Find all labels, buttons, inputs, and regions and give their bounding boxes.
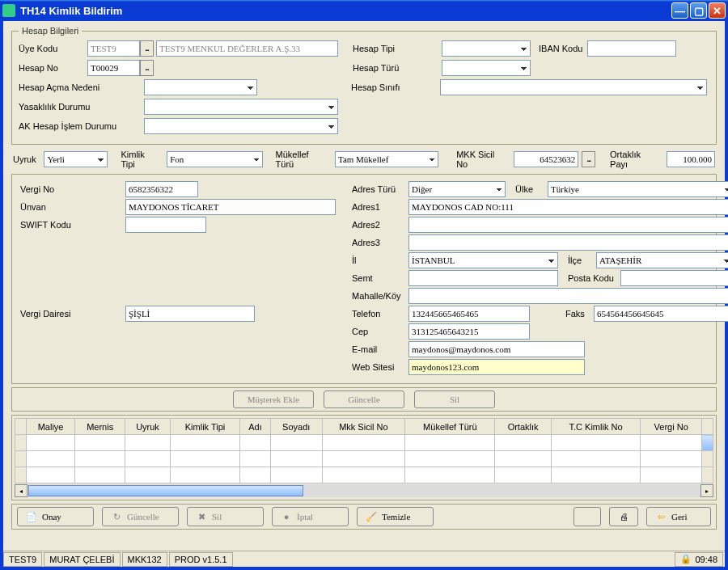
adres2-input[interactable] — [408, 217, 728, 233]
hesap-tipi-select[interactable] — [442, 40, 531, 57]
hesap-acma-select[interactable] — [144, 79, 257, 95]
sil-button[interactable]: Sil — [414, 391, 495, 408]
email-input[interactable] — [408, 341, 585, 357]
mkk-sicil-input[interactable] — [514, 151, 578, 167]
hesap-bilgileri-group: Hesap Bilgileri Üye Kodu ... Hesap Tipi … — [11, 26, 717, 145]
faks-input[interactable] — [594, 306, 728, 322]
uyruk-select[interactable]: Yerli — [44, 151, 108, 167]
back-arrow-icon: ⇦ — [655, 511, 667, 522]
lock-icon: 🔒 — [680, 554, 692, 564]
swift-input[interactable] — [125, 217, 206, 233]
ilce-select[interactable]: ATAŞEHİR — [596, 252, 728, 268]
col-adi[interactable]: Adı — [240, 419, 271, 435]
scroll-left-icon[interactable]: ◂ — [15, 484, 28, 497]
kimlik-tipi-select[interactable]: Fon — [167, 151, 262, 167]
col-maliye[interactable]: Maliye — [27, 419, 75, 435]
cep-input[interactable] — [408, 323, 530, 340]
mid-row: Uyruk Yerli Kimlik Tipi Fon Mükellef Tür… — [3, 148, 725, 172]
col-mernis[interactable]: Mernis — [75, 419, 125, 435]
mahalle-input[interactable] — [408, 288, 728, 304]
geri-button[interactable]: ⇦Geri — [646, 507, 711, 526]
print-button[interactable]: 🖨 — [609, 507, 638, 526]
hesap-turu-select[interactable] — [442, 60, 531, 76]
adres-turu-label: Adres Türü — [352, 184, 408, 194]
guncelle-action-button[interactable]: ↻Güncelle — [102, 507, 179, 526]
iban-kodu-label: IBAN Kodu — [539, 44, 587, 53]
col-mukellef[interactable]: Mükellef Türü — [405, 419, 495, 435]
uye-kodu-input[interactable] — [87, 40, 140, 57]
ak-islem-label: AK Hesap İşlem Durumu — [19, 121, 144, 131]
musterek-ekle-button[interactable]: Müşterek Ekle — [233, 391, 314, 408]
posta-input[interactable] — [620, 270, 728, 286]
scroll-right-icon[interactable]: ▸ — [700, 484, 713, 497]
mkk-sicil-label: MKK Sicil No — [456, 150, 507, 169]
web-label: Web Sitesi — [352, 362, 408, 372]
adres1-input[interactable] — [408, 199, 728, 215]
data-grid[interactable]: Maliye Mernis Uyruk Kimlik Tipi Adı Soya… — [15, 418, 713, 483]
hesap-no-input[interactable] — [87, 60, 140, 76]
semt-input[interactable] — [408, 270, 558, 286]
guncelle-button[interactable]: Güncelle — [324, 391, 404, 408]
iptal-button[interactable]: ●İptal — [272, 507, 349, 526]
col-ortaklik[interactable]: Ortaklık — [495, 419, 551, 435]
web-input[interactable] — [408, 359, 585, 375]
ortaklik-payi-input[interactable] — [667, 151, 715, 167]
sil-action-button[interactable]: ✖Sil — [187, 507, 264, 526]
telefon-label: Telefon — [352, 309, 408, 319]
col-tc-kimlik[interactable]: T.C Kimlik No — [551, 419, 641, 435]
mukellef-turu-label: Mükellef Türü — [276, 150, 328, 169]
adres-turu-select[interactable]: Diğer — [408, 181, 506, 197]
onay-button[interactable]: 📄Onay — [17, 507, 94, 526]
hesap-legend: Hesap Bilgileri — [19, 26, 82, 36]
maximize-button[interactable]: ▢ — [690, 2, 707, 19]
table-row[interactable] — [15, 467, 713, 483]
mahalle-label: Mahalle/Köy — [352, 291, 408, 301]
adres1-label: Adres1 — [352, 202, 408, 212]
email-label: E-mail — [352, 344, 408, 354]
status-time: 09:48 — [695, 555, 717, 564]
temizle-button[interactable]: 🧹Temizle — [357, 507, 434, 526]
ak-islem-select[interactable] — [144, 118, 338, 134]
hesap-sinifi-label: Hesap Sınıfı — [351, 82, 440, 92]
vergi-no-input[interactable] — [125, 181, 198, 197]
grid-scroll-col — [702, 419, 713, 435]
col-soyadi[interactable]: Soyadı — [270, 419, 322, 435]
posta-label: Posta Kodu — [568, 273, 620, 283]
app-icon — [2, 4, 15, 17]
grid-panel: Maliye Mernis Uyruk Kimlik Tipi Adı Soya… — [11, 415, 717, 500]
mukellef-turu-select[interactable]: Tam Mükellef — [335, 151, 438, 167]
scroll-thumb[interactable] — [28, 485, 303, 496]
kimlik-tipi-label: Kimlik Tipi — [121, 150, 160, 169]
minimize-button[interactable]: — — [671, 2, 688, 19]
adres2-label: Adres2 — [352, 220, 408, 230]
close-button[interactable]: ✕ — [709, 2, 726, 19]
details-group: Vergi No Ünvan SWIFT Kodu Vergi Dairesi … — [11, 174, 717, 384]
vergi-dairesi-input[interactable] — [125, 306, 255, 322]
table-row[interactable] — [15, 435, 713, 451]
grid-corner — [15, 419, 27, 435]
blank-button-1[interactable] — [574, 507, 601, 526]
vergi-no-label: Vergi No — [20, 184, 125, 194]
col-kimlik-tipi[interactable]: Kimlik Tipi — [170, 419, 239, 435]
uye-kodu-lookup-button[interactable]: ... — [140, 40, 154, 57]
il-select[interactable]: İSTANBUL — [408, 252, 558, 268]
ulke-label: Ülke — [515, 184, 548, 194]
bottom-action-bar: 📄Onay ↻Güncelle ✖Sil ●İptal 🧹Temizle 🖨 ⇦… — [11, 504, 717, 530]
mkk-sicil-lookup-button[interactable]: ... — [582, 151, 595, 167]
hesap-no-lookup-button[interactable]: ... — [140, 60, 154, 76]
grid-h-scrollbar[interactable]: ◂ ▸ — [15, 484, 713, 497]
unvan-input[interactable] — [125, 199, 336, 215]
table-row[interactable] — [15, 451, 713, 467]
hesap-no-label: Hesap No — [19, 63, 87, 73]
col-vergi-no[interactable]: Vergi No — [641, 419, 702, 435]
adres3-input[interactable] — [408, 234, 728, 251]
yasaklilik-select[interactable] — [144, 99, 338, 115]
ulke-select[interactable]: Türkiye — [548, 181, 728, 197]
hesap-sinifi-select[interactable] — [440, 79, 707, 95]
col-uyruk[interactable]: Uyruk — [125, 419, 171, 435]
hesap-acma-label: Hesap Açma Nedeni — [19, 82, 144, 92]
col-mkk-sicil[interactable]: Mkk Sicil No — [322, 419, 405, 435]
cancel-icon: ● — [281, 511, 292, 522]
telefon-input[interactable] — [408, 306, 530, 322]
iban-kodu-input[interactable] — [587, 40, 676, 57]
